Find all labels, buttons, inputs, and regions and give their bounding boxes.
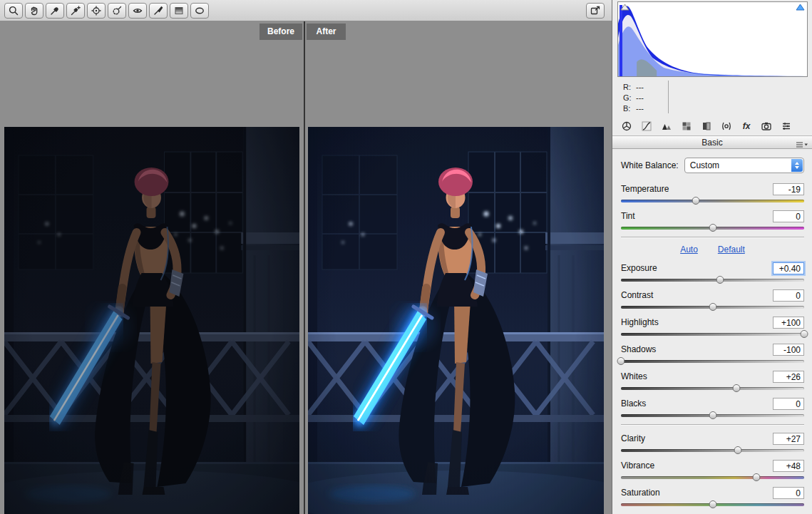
white-balance-label: White Balance: xyxy=(621,160,679,170)
slider-whites: Whites+26 xyxy=(621,370,804,390)
tab-tone-curve[interactable] xyxy=(637,119,656,133)
slider-handle[interactable] xyxy=(692,197,700,205)
panel-menu-icon[interactable] xyxy=(796,139,808,152)
clarity-value-box[interactable]: +27 xyxy=(773,433,804,445)
tone-curve-tab-icon xyxy=(641,120,652,132)
slider-handle[interactable] xyxy=(801,330,808,338)
rgb-readout: R:--- G:--- B:--- xyxy=(612,77,812,117)
panel-tab-bar: fx xyxy=(612,117,812,135)
slider-label: Contrast xyxy=(621,290,653,300)
after-label[interactable]: After xyxy=(307,24,346,40)
targeted-adjustment-tool-button[interactable] xyxy=(87,3,106,19)
before-label[interactable]: Before xyxy=(259,24,302,40)
before-image[interactable] xyxy=(4,127,299,514)
slider-highlights: Highlights+100 xyxy=(621,316,804,336)
auto-default-row: Auto Default xyxy=(621,245,804,255)
camera-raw-window: Before After R:--- G:-- xyxy=(0,0,812,514)
slider-blacks: Blacks0 xyxy=(621,397,804,417)
presets-tab-icon xyxy=(781,120,792,132)
slider-label: Whites xyxy=(621,371,647,381)
contrast-track[interactable] xyxy=(621,306,804,309)
highlights-value-box[interactable]: +100 xyxy=(773,317,804,329)
hand-icon xyxy=(29,5,40,16)
whites-track[interactable] xyxy=(621,387,804,390)
histogram xyxy=(617,1,808,77)
slider-handle[interactable] xyxy=(734,446,742,454)
slider-temperature: Temperature-19 xyxy=(621,183,804,202)
color-sampler-icon xyxy=(70,5,81,16)
split-toning-tab-icon xyxy=(701,120,712,132)
slider-handle[interactable] xyxy=(709,500,716,508)
tab-lens-corrections[interactable] xyxy=(717,119,736,133)
temperature-value-box[interactable]: -19 xyxy=(773,183,804,195)
after-image[interactable] xyxy=(308,127,604,514)
adjustments-panel: R:--- G:--- B:--- f xyxy=(612,0,812,514)
tool-group xyxy=(4,3,209,19)
basic-panel-header: Basic xyxy=(612,135,812,149)
spot-removal-tool-button[interactable] xyxy=(108,3,126,19)
shadows-value-box[interactable]: -100 xyxy=(773,344,804,356)
highlights-track[interactable] xyxy=(621,333,804,336)
shadows-track[interactable] xyxy=(621,360,804,363)
saturation-value-box[interactable]: 0 xyxy=(773,487,804,499)
compare-area: Before After xyxy=(0,21,612,514)
hsl-tab-icon xyxy=(681,120,692,132)
tint-track[interactable] xyxy=(621,227,804,230)
white-balance-tool-button[interactable] xyxy=(46,3,64,19)
zoom-tool-button[interactable] xyxy=(4,3,23,19)
slider-label: Temperature xyxy=(621,184,669,194)
slider-handle[interactable] xyxy=(716,276,724,284)
vibrance-value-box[interactable]: +48 xyxy=(773,460,804,472)
graduated-filter-tool-button[interactable] xyxy=(170,3,188,19)
color-sampler-tool-button[interactable] xyxy=(66,3,85,19)
shadow-clipping-indicator[interactable] xyxy=(620,4,629,11)
white-balance-select[interactable]: Custom xyxy=(684,158,804,173)
zoom-icon xyxy=(8,5,19,16)
red-eye-icon xyxy=(132,5,143,16)
red-eye-tool-button[interactable] xyxy=(128,3,147,19)
blacks-track[interactable] xyxy=(621,414,804,417)
blacks-value-box[interactable]: 0 xyxy=(773,398,804,410)
tab-hsl-grayscale[interactable] xyxy=(677,119,696,133)
tab-detail[interactable] xyxy=(657,119,676,133)
default-link[interactable]: Default xyxy=(718,245,745,255)
slider-handle[interactable] xyxy=(753,473,761,481)
slider-handle[interactable] xyxy=(732,384,740,392)
tab-effects[interactable]: fx xyxy=(737,119,756,133)
vibrance-track[interactable] xyxy=(621,476,804,479)
clarity-track[interactable] xyxy=(621,449,804,452)
tab-basic[interactable] xyxy=(617,119,636,133)
tab-presets[interactable] xyxy=(777,119,796,133)
radial-filter-tool-button[interactable] xyxy=(190,3,209,19)
effects-tab-icon: fx xyxy=(743,121,751,131)
highlight-clipping-indicator[interactable] xyxy=(796,4,805,11)
hand-tool-button[interactable] xyxy=(25,3,43,19)
slider-label: Highlights xyxy=(621,317,659,327)
contrast-value-box[interactable]: 0 xyxy=(773,289,804,302)
graduated-filter-icon xyxy=(173,5,185,16)
lens-corrections-tab-icon xyxy=(721,120,732,132)
panel-title: Basic xyxy=(701,138,722,148)
auto-link[interactable]: Auto xyxy=(680,245,698,255)
slider-handle[interactable] xyxy=(709,224,716,232)
whites-value-box[interactable]: +26 xyxy=(773,371,804,383)
tab-camera-calibration[interactable] xyxy=(757,119,776,133)
camera-calibration-tab-icon xyxy=(761,120,772,132)
slider-handle[interactable] xyxy=(709,303,716,311)
r-value: --- xyxy=(636,82,664,93)
slider-clarity: Clarity+27 xyxy=(621,432,804,452)
temperature-track[interactable] xyxy=(621,200,804,202)
basic-tab-icon xyxy=(621,120,632,132)
slider-handle[interactable] xyxy=(617,357,625,365)
saturation-track[interactable] xyxy=(621,503,804,506)
exposure-track[interactable] xyxy=(621,279,804,282)
detail-tab-icon xyxy=(661,120,672,132)
exposure-value-box[interactable]: +0.40 xyxy=(773,262,804,274)
basic-controls: White Balance: Custom Temperature-19 Tin… xyxy=(612,149,812,506)
slider-handle[interactable] xyxy=(709,411,716,419)
slider-shadows: Shadows-100 xyxy=(621,343,804,363)
tint-value-box[interactable]: 0 xyxy=(773,210,804,222)
tab-split-toning[interactable] xyxy=(697,119,716,133)
fullscreen-toggle-button[interactable] xyxy=(586,3,605,19)
adjustment-brush-tool-button[interactable] xyxy=(149,3,168,19)
